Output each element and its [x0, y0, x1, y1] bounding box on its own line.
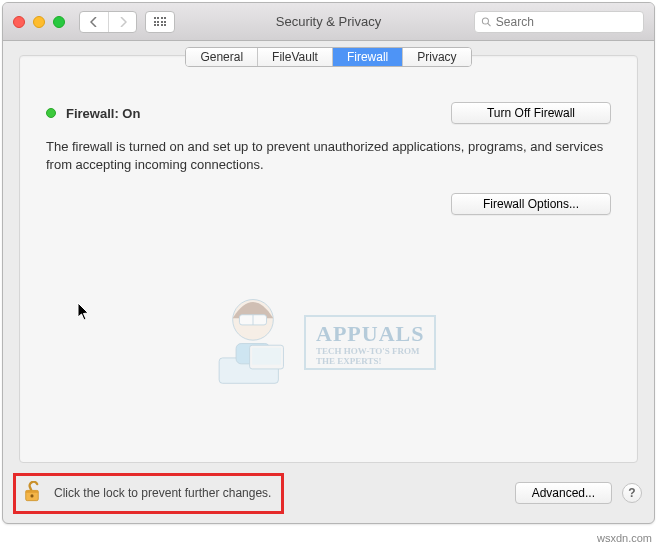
mascot-icon [210, 286, 296, 396]
svg-rect-7 [250, 345, 284, 369]
titlebar: Security & Privacy [3, 3, 654, 41]
lock-icon [22, 481, 42, 506]
forward-button[interactable] [108, 12, 136, 32]
svg-rect-8 [252, 348, 281, 365]
tab-privacy[interactable]: Privacy [402, 48, 470, 66]
minimize-icon[interactable] [33, 16, 45, 28]
search-field[interactable] [474, 11, 644, 33]
site-watermark: wsxdn.com [597, 532, 652, 544]
grid-icon [154, 17, 167, 26]
firewall-description: The firewall is turned on and set up to … [46, 138, 611, 173]
search-icon [481, 16, 492, 28]
svg-rect-2 [219, 358, 278, 383]
close-icon[interactable] [13, 16, 25, 28]
tab-filevault[interactable]: FileVault [257, 48, 332, 66]
watermark-tag2: THE EXPERTS! [316, 357, 424, 367]
status-dot-on-icon [46, 108, 56, 118]
chevron-right-icon [119, 17, 127, 27]
firewall-panel: Firewall: On Turn Off Firewall The firew… [19, 55, 638, 463]
search-input[interactable] [496, 15, 637, 29]
advanced-button[interactable]: Advanced... [515, 482, 612, 504]
svg-rect-6 [236, 344, 270, 364]
window-controls [3, 16, 65, 28]
watermark: APPUALS TECH HOW-TO'S FROM THE EXPERTS! [210, 286, 436, 399]
tab-firewall[interactable]: Firewall [332, 48, 402, 66]
turn-off-firewall-button[interactable]: Turn Off Firewall [451, 102, 611, 124]
help-button[interactable]: ? [622, 483, 642, 503]
svg-point-11 [30, 494, 33, 497]
svg-line-1 [488, 23, 491, 26]
zoom-icon[interactable] [53, 16, 65, 28]
svg-rect-4 [239, 315, 266, 325]
preferences-window: Security & Privacy General FileVault Fir… [2, 2, 655, 524]
chevron-left-icon [90, 17, 98, 27]
firewall-status-label: Firewall: On [66, 106, 140, 121]
lock-cluster[interactable]: Click the lock to prevent further change… [13, 473, 284, 514]
show-all-button[interactable] [145, 11, 175, 33]
nav-back-forward [79, 11, 137, 33]
lock-text: Click the lock to prevent further change… [54, 486, 271, 500]
watermark-tag1: TECH HOW-TO'S FROM [316, 347, 424, 357]
svg-point-0 [482, 18, 488, 24]
svg-rect-10 [26, 490, 39, 492]
tab-bar: General FileVault Firewall Privacy [3, 47, 654, 67]
tab-general[interactable]: General [186, 48, 257, 66]
firewall-options-button[interactable]: Firewall Options... [451, 193, 611, 215]
back-button[interactable] [80, 12, 108, 32]
svg-point-3 [233, 300, 274, 341]
watermark-brand: APPUALS [316, 321, 424, 347]
firewall-status-row: Firewall: On Turn Off Firewall [46, 102, 611, 124]
bottom-bar: Click the lock to prevent further change… [15, 473, 642, 513]
